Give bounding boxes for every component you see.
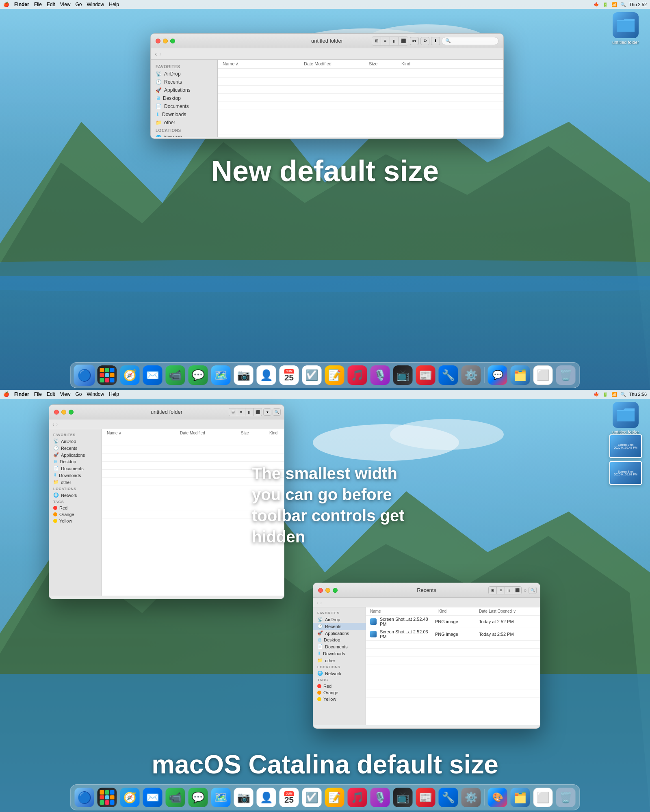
sidebar-orange-r[interactable]: Orange: [313, 689, 366, 696]
finder-menu-bottom[interactable]: Finder: [14, 391, 29, 397]
col-kind-header[interactable]: Kind: [401, 61, 498, 67]
close-btn-bl[interactable]: [54, 410, 59, 415]
date-col-bl[interactable]: Date Modified: [180, 431, 241, 435]
col-size-header[interactable]: Size: [369, 61, 401, 67]
dock-music[interactable]: 🎵: [347, 365, 368, 386]
col-date-header[interactable]: Date Modified: [304, 61, 369, 67]
sidebar-yellow-bl[interactable]: Yellow: [49, 518, 102, 524]
dock-launchpad-bottom[interactable]: [97, 787, 118, 808]
dock-appletv[interactable]: 📺: [392, 365, 414, 386]
dock-safari-bottom[interactable]: 🧭: [119, 787, 141, 808]
dock-contacts-bottom[interactable]: 👤: [256, 787, 277, 808]
view-btn-r1[interactable]: ⊞: [489, 587, 497, 594]
apple-menu[interactable]: 🍎: [3, 2, 9, 7]
action-btn-bl[interactable]: ▾: [263, 408, 271, 416]
view-btn-r4[interactable]: ⬛: [513, 587, 521, 594]
dock-finder[interactable]: 🔵: [74, 365, 95, 386]
col-name-header[interactable]: Name ∧: [223, 61, 304, 67]
dock-files-bottom[interactable]: 🗂️: [510, 787, 531, 808]
sidebar-applications[interactable]: 🚀 Applications: [151, 86, 217, 94]
sidebar-other-r[interactable]: 📁other: [313, 657, 366, 664]
min-btn-recents[interactable]: [325, 588, 330, 593]
search-btn-r[interactable]: 🔍: [529, 587, 537, 594]
dock-notes-bottom[interactable]: 📝: [324, 787, 345, 808]
dock-calendar[interactable]: JUN 25: [279, 365, 300, 386]
min-btn-bl[interactable]: [61, 410, 66, 415]
view-menu-bottom[interactable]: View: [60, 391, 71, 397]
dock-facetime-bottom[interactable]: 📹: [165, 787, 186, 808]
sidebar-documents[interactable]: 📄 Documents: [151, 102, 217, 110]
maximize-button[interactable]: [170, 39, 175, 43]
dock-photos[interactable]: 📷: [233, 365, 254, 386]
go-menu[interactable]: Go: [76, 2, 82, 7]
view-btn-bl1[interactable]: ⊞: [229, 408, 237, 416]
view-cov-btn[interactable]: ⬛: [399, 37, 408, 45]
sidebar-recents[interactable]: 🕐 Recents: [151, 78, 217, 86]
max-btn-recents[interactable]: [333, 588, 338, 593]
dock-systemprefs-bottom[interactable]: ⚙️: [461, 787, 482, 808]
nav-forward-bl[interactable]: ›: [56, 421, 58, 428]
dock-trash-bottom[interactable]: 🗑️: [555, 787, 576, 808]
list-item[interactable]: Screen Shot...at 2.52.03 PM PNG image To…: [366, 628, 540, 641]
dock-trash[interactable]: 🗑️: [555, 365, 576, 386]
dock-appstore-bottom[interactable]: 🔧: [438, 787, 459, 808]
dock-maps-bottom[interactable]: 🗺️: [210, 787, 232, 808]
dock-facetime[interactable]: 📹: [165, 365, 186, 386]
sidebar-yellow-r[interactable]: Yellow: [313, 696, 366, 702]
sidebar-downloads[interactable]: ⬇ Downloads: [151, 110, 217, 119]
sidebar-apps-r[interactable]: 🚀Applications: [313, 630, 366, 637]
traffic-lights-top[interactable]: [156, 39, 175, 43]
dock-messages-bottom[interactable]: 💬: [188, 787, 209, 808]
sidebar-desktop[interactable]: 🖥 Desktop: [151, 94, 217, 102]
list-item[interactable]: Screen Shot...at 2.52.48 PM PNG image To…: [366, 615, 540, 628]
sidebar-apps-bl[interactable]: 🚀Applications: [49, 451, 102, 458]
view-btn-bl2[interactable]: ≡: [237, 408, 245, 416]
sidebar-airdrop[interactable]: 📡 AirDrop: [151, 70, 217, 78]
share-btn[interactable]: ⬆: [431, 37, 440, 45]
sidebar-network-r[interactable]: 🌐Network: [313, 670, 366, 677]
sidebar-dl-r[interactable]: ⬇Downloads: [313, 650, 366, 657]
nav-back-btn[interactable]: ‹: [155, 50, 157, 58]
nav-back-r[interactable]: ‹: [316, 599, 318, 606]
dock-systemprefs[interactable]: ⚙️: [461, 365, 482, 386]
sidebar-desktop-r[interactable]: 🖥Desktop: [313, 637, 366, 643]
window-menu-bottom[interactable]: Window: [87, 391, 104, 397]
search-field[interactable]: 🔍: [442, 37, 498, 45]
sidebar-other-bl[interactable]: 📁other: [49, 479, 102, 486]
traffic-lights-bottom-left[interactable]: [54, 410, 74, 415]
dock-mail-bottom[interactable]: ✉️: [142, 787, 163, 808]
sidebar-desktop-bl[interactable]: 🖥Desktop: [49, 458, 102, 465]
dock-news[interactable]: 📰: [415, 365, 436, 386]
sidebar-network-bl[interactable]: 🌐Network: [49, 492, 102, 499]
nav-forward-r[interactable]: ›: [320, 599, 322, 606]
dock-reminders-bottom[interactable]: ☑️: [301, 787, 323, 808]
sidebar-dl-bl[interactable]: ⬇Downloads: [49, 472, 102, 479]
dock-podcasts[interactable]: 🎙️: [370, 365, 391, 386]
search-icon-menubar[interactable]: 🔍: [620, 2, 626, 7]
edit-menu[interactable]: Edit: [47, 2, 55, 7]
sidebar-orange-bl[interactable]: Orange: [49, 511, 102, 518]
view-list-btn[interactable]: ≡: [381, 37, 390, 45]
search-icon-bottom[interactable]: 🔍: [620, 392, 626, 397]
nav-back-bl[interactable]: ‹: [52, 421, 54, 428]
view-menu[interactable]: View: [60, 2, 71, 7]
view-icon-btn[interactable]: ⊞: [372, 37, 381, 45]
dock-reminders[interactable]: ☑️: [301, 365, 323, 386]
close-button[interactable]: [156, 39, 160, 43]
finder-menu[interactable]: Finder: [14, 2, 29, 7]
dock-safari[interactable]: 🧭: [119, 365, 141, 386]
minimize-button[interactable]: [163, 39, 168, 43]
overflow-btn[interactable]: »: [523, 587, 527, 593]
col-date-recents[interactable]: Date Last Opened ∨: [479, 609, 536, 613]
window-menu[interactable]: Window: [87, 2, 104, 7]
dock-calendar-bottom[interactable]: JUN 25: [279, 787, 300, 808]
dock-siri[interactable]: 💬: [487, 365, 508, 386]
sidebar-airdrop-r[interactable]: 📡AirDrop: [313, 616, 366, 623]
view-btn-bl4[interactable]: ⬛: [254, 408, 262, 416]
dock-music-bottom[interactable]: 🎵: [347, 787, 368, 808]
view-btn-r2[interactable]: ≡: [497, 587, 505, 594]
view-btn-r3[interactable]: ⫼: [505, 587, 513, 594]
dock-maps[interactable]: 🗺️: [210, 365, 232, 386]
action-btn[interactable]: ⚙: [420, 37, 429, 45]
dock-finder-bottom[interactable]: 🔵: [74, 787, 95, 808]
